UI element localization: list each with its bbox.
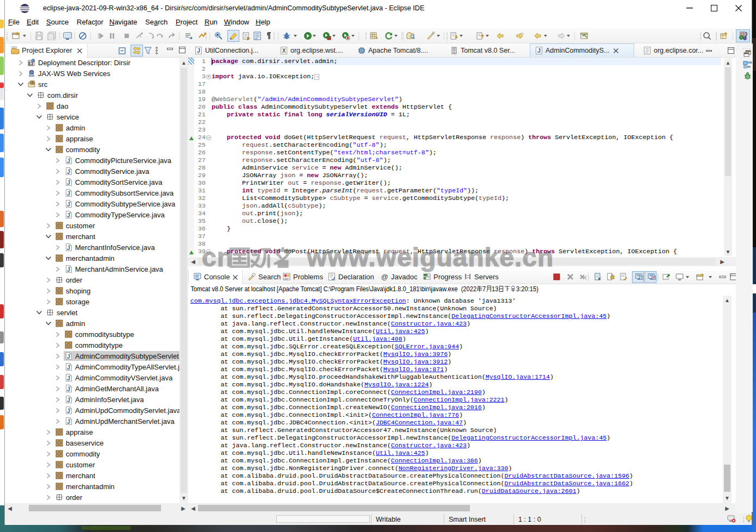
svg-text:J: J bbox=[67, 375, 70, 381]
svg-text:J: J bbox=[67, 418, 70, 425]
svg-text:3.1: 3.1 bbox=[29, 62, 33, 65]
svg-text:J: J bbox=[67, 245, 70, 251]
svg-text:J: J bbox=[67, 386, 70, 392]
svg-text:J: J bbox=[67, 397, 70, 403]
svg-text:J: J bbox=[67, 190, 70, 197]
svg-text:J: J bbox=[67, 158, 70, 164]
svg-text:J: J bbox=[67, 212, 70, 218]
svg-text:@: @ bbox=[381, 273, 388, 280]
svg-text:J: J bbox=[537, 47, 541, 54]
svg-text:J: J bbox=[67, 266, 70, 273]
svg-text:J: J bbox=[67, 201, 70, 208]
svg-text:X: X bbox=[282, 48, 286, 54]
svg-text:J: J bbox=[67, 408, 70, 414]
svg-text:J: J bbox=[197, 47, 200, 54]
svg-text:J: J bbox=[67, 179, 70, 186]
svg-text:J: J bbox=[67, 168, 70, 175]
svg-text:J: J bbox=[67, 364, 70, 371]
svg-text:J: J bbox=[67, 353, 70, 360]
